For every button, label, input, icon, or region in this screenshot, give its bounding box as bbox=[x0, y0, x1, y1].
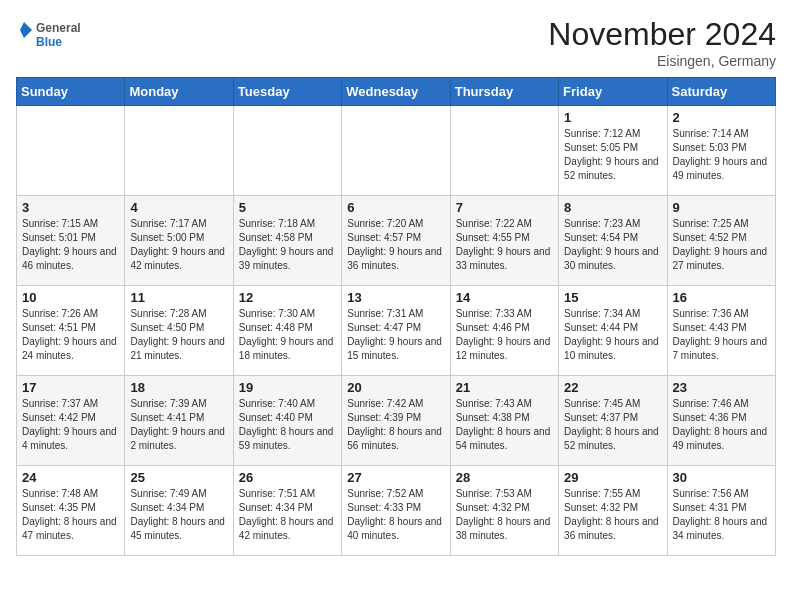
calendar-cell: 28Sunrise: 7:53 AMSunset: 4:32 PMDayligh… bbox=[450, 466, 558, 556]
header-day-tuesday: Tuesday bbox=[233, 78, 341, 106]
day-number: 5 bbox=[239, 200, 336, 215]
day-number: 28 bbox=[456, 470, 553, 485]
day-number: 25 bbox=[130, 470, 227, 485]
calendar-cell: 2Sunrise: 7:14 AMSunset: 5:03 PMDaylight… bbox=[667, 106, 775, 196]
calendar-cell: 21Sunrise: 7:43 AMSunset: 4:38 PMDayligh… bbox=[450, 376, 558, 466]
calendar-cell: 11Sunrise: 7:28 AMSunset: 4:50 PMDayligh… bbox=[125, 286, 233, 376]
day-number: 13 bbox=[347, 290, 444, 305]
calendar-cell: 19Sunrise: 7:40 AMSunset: 4:40 PMDayligh… bbox=[233, 376, 341, 466]
header-day-saturday: Saturday bbox=[667, 78, 775, 106]
calendar-cell bbox=[233, 106, 341, 196]
day-number: 9 bbox=[673, 200, 770, 215]
day-number: 4 bbox=[130, 200, 227, 215]
day-info: Sunrise: 7:53 AMSunset: 4:32 PMDaylight:… bbox=[456, 488, 551, 541]
day-number: 18 bbox=[130, 380, 227, 395]
calendar-cell: 5Sunrise: 7:18 AMSunset: 4:58 PMDaylight… bbox=[233, 196, 341, 286]
day-number: 22 bbox=[564, 380, 661, 395]
calendar-week-2: 10Sunrise: 7:26 AMSunset: 4:51 PMDayligh… bbox=[17, 286, 776, 376]
svg-text:Blue: Blue bbox=[36, 35, 62, 49]
calendar-cell bbox=[125, 106, 233, 196]
day-info: Sunrise: 7:14 AMSunset: 5:03 PMDaylight:… bbox=[673, 128, 768, 181]
day-info: Sunrise: 7:40 AMSunset: 4:40 PMDaylight:… bbox=[239, 398, 334, 451]
title-block: November 2024 Eisingen, Germany bbox=[548, 16, 776, 69]
day-number: 7 bbox=[456, 200, 553, 215]
day-number: 14 bbox=[456, 290, 553, 305]
calendar-cell: 26Sunrise: 7:51 AMSunset: 4:34 PMDayligh… bbox=[233, 466, 341, 556]
day-number: 15 bbox=[564, 290, 661, 305]
day-info: Sunrise: 7:30 AMSunset: 4:48 PMDaylight:… bbox=[239, 308, 334, 361]
day-info: Sunrise: 7:45 AMSunset: 4:37 PMDaylight:… bbox=[564, 398, 659, 451]
logo-svg: General Blue bbox=[16, 16, 106, 56]
header-day-wednesday: Wednesday bbox=[342, 78, 450, 106]
calendar-cell: 24Sunrise: 7:48 AMSunset: 4:35 PMDayligh… bbox=[17, 466, 125, 556]
calendar-cell: 12Sunrise: 7:30 AMSunset: 4:48 PMDayligh… bbox=[233, 286, 341, 376]
calendar-cell: 20Sunrise: 7:42 AMSunset: 4:39 PMDayligh… bbox=[342, 376, 450, 466]
day-number: 20 bbox=[347, 380, 444, 395]
day-number: 3 bbox=[22, 200, 119, 215]
calendar-cell: 25Sunrise: 7:49 AMSunset: 4:34 PMDayligh… bbox=[125, 466, 233, 556]
header-day-monday: Monday bbox=[125, 78, 233, 106]
day-number: 10 bbox=[22, 290, 119, 305]
day-info: Sunrise: 7:48 AMSunset: 4:35 PMDaylight:… bbox=[22, 488, 117, 541]
calendar-week-1: 3Sunrise: 7:15 AMSunset: 5:01 PMDaylight… bbox=[17, 196, 776, 286]
day-number: 17 bbox=[22, 380, 119, 395]
calendar-cell: 6Sunrise: 7:20 AMSunset: 4:57 PMDaylight… bbox=[342, 196, 450, 286]
calendar-cell: 15Sunrise: 7:34 AMSunset: 4:44 PMDayligh… bbox=[559, 286, 667, 376]
calendar-cell: 7Sunrise: 7:22 AMSunset: 4:55 PMDaylight… bbox=[450, 196, 558, 286]
day-info: Sunrise: 7:37 AMSunset: 4:42 PMDaylight:… bbox=[22, 398, 117, 451]
day-number: 27 bbox=[347, 470, 444, 485]
calendar-cell: 30Sunrise: 7:56 AMSunset: 4:31 PMDayligh… bbox=[667, 466, 775, 556]
day-info: Sunrise: 7:20 AMSunset: 4:57 PMDaylight:… bbox=[347, 218, 442, 271]
logo: General Blue bbox=[16, 16, 106, 56]
calendar-cell: 27Sunrise: 7:52 AMSunset: 4:33 PMDayligh… bbox=[342, 466, 450, 556]
day-info: Sunrise: 7:31 AMSunset: 4:47 PMDaylight:… bbox=[347, 308, 442, 361]
calendar-week-4: 24Sunrise: 7:48 AMSunset: 4:35 PMDayligh… bbox=[17, 466, 776, 556]
day-info: Sunrise: 7:56 AMSunset: 4:31 PMDaylight:… bbox=[673, 488, 768, 541]
day-number: 11 bbox=[130, 290, 227, 305]
svg-marker-2 bbox=[20, 22, 32, 38]
day-info: Sunrise: 7:33 AMSunset: 4:46 PMDaylight:… bbox=[456, 308, 551, 361]
calendar-cell: 17Sunrise: 7:37 AMSunset: 4:42 PMDayligh… bbox=[17, 376, 125, 466]
svg-text:General: General bbox=[36, 21, 81, 35]
calendar-cell: 3Sunrise: 7:15 AMSunset: 5:01 PMDaylight… bbox=[17, 196, 125, 286]
day-number: 8 bbox=[564, 200, 661, 215]
calendar-week-0: 1Sunrise: 7:12 AMSunset: 5:05 PMDaylight… bbox=[17, 106, 776, 196]
calendar-cell bbox=[17, 106, 125, 196]
calendar-cell: 1Sunrise: 7:12 AMSunset: 5:05 PMDaylight… bbox=[559, 106, 667, 196]
day-number: 23 bbox=[673, 380, 770, 395]
day-info: Sunrise: 7:34 AMSunset: 4:44 PMDaylight:… bbox=[564, 308, 659, 361]
day-info: Sunrise: 7:55 AMSunset: 4:32 PMDaylight:… bbox=[564, 488, 659, 541]
calendar-cell bbox=[342, 106, 450, 196]
day-number: 6 bbox=[347, 200, 444, 215]
day-number: 2 bbox=[673, 110, 770, 125]
header-day-sunday: Sunday bbox=[17, 78, 125, 106]
day-number: 29 bbox=[564, 470, 661, 485]
day-info: Sunrise: 7:18 AMSunset: 4:58 PMDaylight:… bbox=[239, 218, 334, 271]
header-day-thursday: Thursday bbox=[450, 78, 558, 106]
page-header: General Blue November 2024 Eisingen, Ger… bbox=[16, 16, 776, 69]
day-info: Sunrise: 7:42 AMSunset: 4:39 PMDaylight:… bbox=[347, 398, 442, 451]
header-day-friday: Friday bbox=[559, 78, 667, 106]
calendar-cell: 29Sunrise: 7:55 AMSunset: 4:32 PMDayligh… bbox=[559, 466, 667, 556]
calendar-header-row: SundayMondayTuesdayWednesdayThursdayFrid… bbox=[17, 78, 776, 106]
calendar-week-3: 17Sunrise: 7:37 AMSunset: 4:42 PMDayligh… bbox=[17, 376, 776, 466]
calendar-cell bbox=[450, 106, 558, 196]
day-info: Sunrise: 7:36 AMSunset: 4:43 PMDaylight:… bbox=[673, 308, 768, 361]
location: Eisingen, Germany bbox=[548, 53, 776, 69]
day-info: Sunrise: 7:12 AMSunset: 5:05 PMDaylight:… bbox=[564, 128, 659, 181]
day-info: Sunrise: 7:23 AMSunset: 4:54 PMDaylight:… bbox=[564, 218, 659, 271]
calendar-cell: 4Sunrise: 7:17 AMSunset: 5:00 PMDaylight… bbox=[125, 196, 233, 286]
calendar-cell: 22Sunrise: 7:45 AMSunset: 4:37 PMDayligh… bbox=[559, 376, 667, 466]
calendar-cell: 10Sunrise: 7:26 AMSunset: 4:51 PMDayligh… bbox=[17, 286, 125, 376]
day-info: Sunrise: 7:15 AMSunset: 5:01 PMDaylight:… bbox=[22, 218, 117, 271]
calendar-cell: 23Sunrise: 7:46 AMSunset: 4:36 PMDayligh… bbox=[667, 376, 775, 466]
day-number: 19 bbox=[239, 380, 336, 395]
day-info: Sunrise: 7:52 AMSunset: 4:33 PMDaylight:… bbox=[347, 488, 442, 541]
day-info: Sunrise: 7:46 AMSunset: 4:36 PMDaylight:… bbox=[673, 398, 768, 451]
day-number: 30 bbox=[673, 470, 770, 485]
day-number: 1 bbox=[564, 110, 661, 125]
day-info: Sunrise: 7:43 AMSunset: 4:38 PMDaylight:… bbox=[456, 398, 551, 451]
day-info: Sunrise: 7:17 AMSunset: 5:00 PMDaylight:… bbox=[130, 218, 225, 271]
month-title: November 2024 bbox=[548, 16, 776, 53]
calendar-cell: 18Sunrise: 7:39 AMSunset: 4:41 PMDayligh… bbox=[125, 376, 233, 466]
